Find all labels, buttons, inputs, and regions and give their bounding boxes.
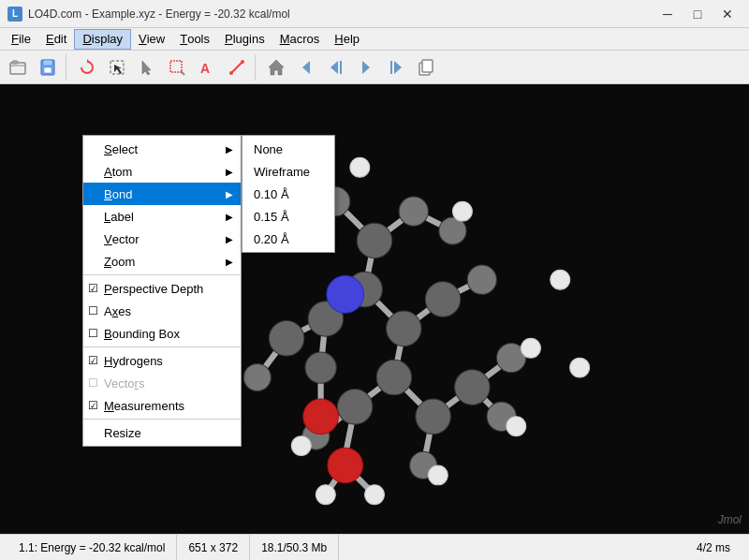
- svg-point-50: [399, 197, 428, 226]
- status-bar: 1.1: Energy = -20.32 kcal/mol 651 x 372 …: [0, 534, 749, 560]
- display-bounding-box[interactable]: ☐ Bounding Box: [83, 322, 241, 345]
- menu-bar: File Edit Display View Tools Plugins Mac…: [0, 28, 749, 51]
- svg-marker-13: [269, 60, 284, 75]
- toolbar-rotate[interactable]: [73, 54, 101, 81]
- svg-line-8: [181, 71, 184, 75]
- bond-010[interactable]: 0.10 Å: [242, 183, 334, 205]
- svg-point-12: [241, 60, 244, 64]
- svg-rect-1: [12, 61, 18, 64]
- svg-point-55: [376, 360, 412, 395]
- svg-point-68: [243, 363, 271, 391]
- toolbar-zoom-region[interactable]: [163, 54, 191, 81]
- menu-display[interactable]: Display: [74, 29, 131, 50]
- bond-submenu: None Wireframe 0.10 Å 0.15 Å 0.20 Å: [242, 135, 335, 253]
- minimize-button[interactable]: ─: [654, 4, 682, 24]
- display-vectors-item: ☐ Vectors: [83, 372, 241, 394]
- svg-point-76: [507, 417, 526, 436]
- window-controls: ─ □ ✕: [654, 4, 742, 24]
- maximize-button[interactable]: □: [683, 4, 712, 24]
- menu-file[interactable]: File: [4, 29, 38, 50]
- title-bar-left: L LO4D.com - Example.xyz - Energy = -20.…: [7, 7, 290, 22]
- display-label[interactable]: Label ▶: [83, 205, 241, 228]
- toolbar-save[interactable]: [34, 54, 62, 81]
- menu-sep-1: [83, 274, 241, 275]
- svg-point-58: [455, 370, 491, 405]
- svg-point-67: [305, 352, 336, 383]
- svg-marker-14: [302, 61, 310, 74]
- toolbar-measure[interactable]: [223, 54, 251, 81]
- display-perspective[interactable]: ☑ Perspective Depth: [83, 277, 241, 300]
- toolbar-sep-2: [255, 54, 258, 81]
- svg-marker-18: [394, 61, 402, 74]
- menu-edit[interactable]: Edit: [38, 29, 74, 50]
- svg-point-69: [327, 276, 364, 314]
- display-axes[interactable]: ☐ Axes: [83, 300, 241, 322]
- svg-point-60: [467, 265, 496, 294]
- svg-text:A: A: [200, 61, 210, 76]
- bond-none[interactable]: None: [242, 138, 334, 160]
- svg-rect-4: [44, 67, 51, 73]
- bond-wireframe[interactable]: Wireframe: [242, 160, 334, 183]
- toolbar-cursor[interactable]: [133, 54, 161, 81]
- toolbar-copy[interactable]: [412, 54, 440, 81]
- display-resize[interactable]: Resize: [83, 421, 241, 444]
- app-icon: L: [7, 7, 22, 22]
- display-select[interactable]: Select ▶: [83, 138, 241, 160]
- display-vector[interactable]: Vector ▶: [83, 228, 241, 250]
- svg-point-78: [291, 436, 311, 456]
- bond-015[interactable]: 0.15 Å: [242, 205, 334, 228]
- svg-point-81: [350, 157, 370, 177]
- toolbar-home[interactable]: [262, 54, 290, 81]
- display-hydrogens[interactable]: ☑ Hydrogens: [83, 349, 241, 372]
- menu-help[interactable]: Help: [327, 29, 367, 50]
- title-bar: L LO4D.com - Example.xyz - Energy = -20.…: [0, 0, 749, 28]
- svg-marker-17: [362, 61, 370, 74]
- bond-020[interactable]: 0.20 Å: [242, 228, 334, 250]
- status-energy: 1.1: Energy = -20.32 kcal/mol: [7, 535, 177, 560]
- status-dimensions: 651 x 372: [177, 535, 250, 560]
- toolbar-label[interactable]: A: [193, 54, 221, 81]
- svg-point-11: [229, 71, 233, 75]
- svg-point-56: [337, 390, 373, 425]
- svg-line-10: [231, 62, 242, 73]
- svg-rect-7: [170, 61, 182, 72]
- menu-plugins[interactable]: Plugins: [217, 29, 272, 50]
- svg-point-59: [269, 321, 304, 357]
- svg-rect-21: [422, 60, 433, 72]
- display-zoom[interactable]: Zoom ▶: [83, 250, 241, 273]
- display-bond[interactable]: Bond ▶: [83, 183, 241, 205]
- menu-tools[interactable]: Tools: [172, 29, 217, 50]
- svg-rect-3: [43, 60, 52, 66]
- svg-point-71: [303, 399, 339, 435]
- menu-sep-2: [83, 346, 241, 347]
- display-measurements[interactable]: ☑ Measurements: [83, 394, 241, 417]
- toolbar-select[interactable]: [103, 54, 131, 81]
- svg-point-48: [357, 223, 392, 258]
- svg-point-75: [521, 338, 541, 358]
- toolbar-next2[interactable]: [382, 54, 410, 81]
- svg-point-53: [387, 311, 422, 346]
- svg-point-73: [316, 485, 335, 505]
- window-title: LO4D.com - Example.xyz - Energy = -20.32…: [28, 7, 290, 21]
- svg-point-79: [570, 358, 590, 377]
- menu-sep-3: [83, 419, 241, 420]
- svg-rect-16: [340, 61, 342, 74]
- menu-macros[interactable]: Macros: [272, 29, 328, 50]
- svg-point-77: [428, 465, 448, 485]
- display-atom[interactable]: Atom ▶: [83, 160, 241, 183]
- toolbar-prev[interactable]: [292, 54, 320, 81]
- toolbar-open[interactable]: [4, 54, 32, 81]
- display-menu: Select ▶ Atom ▶ Bond ▶ Label ▶: [82, 135, 242, 447]
- main-area: Jmol Select ▶ Atom ▶ Bond ▶: [0, 84, 749, 534]
- svg-point-70: [328, 448, 363, 483]
- toolbar: A: [0, 51, 749, 84]
- close-button[interactable]: ✕: [713, 4, 742, 24]
- svg-point-74: [365, 485, 385, 505]
- toolbar-prev2[interactable]: [322, 54, 350, 81]
- menu-view[interactable]: View: [131, 29, 172, 50]
- toolbar-next[interactable]: [352, 54, 380, 81]
- svg-marker-15: [330, 61, 338, 74]
- status-time: 4/2 ms: [685, 535, 742, 560]
- svg-rect-0: [10, 63, 25, 74]
- svg-point-82: [551, 270, 570, 289]
